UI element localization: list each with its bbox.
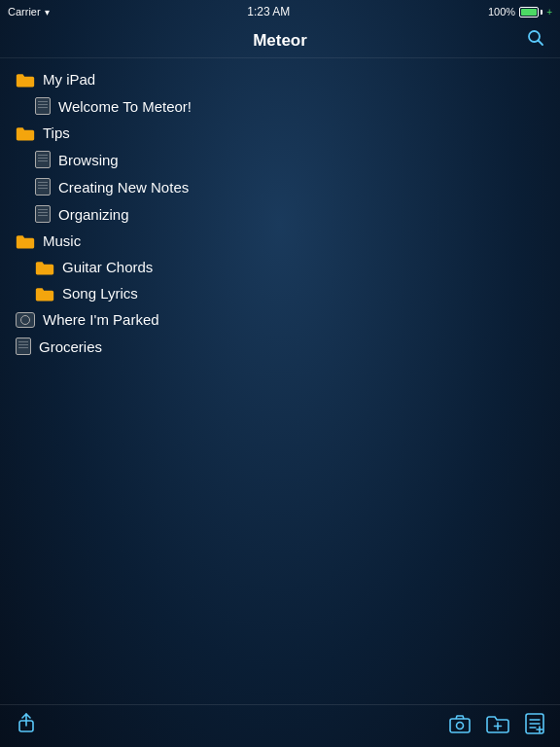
- item-label: Browsing: [58, 152, 119, 168]
- item-label: Welcome To Meteor!: [58, 98, 192, 115]
- battery-body: [519, 7, 539, 18]
- camera-note-button[interactable]: [449, 714, 471, 738]
- nav-bar: Meteor: [0, 23, 560, 58]
- folder-icon: [35, 260, 54, 275]
- item-label: Organizing: [58, 206, 129, 223]
- battery-indicator: [519, 7, 542, 18]
- battery-fill: [521, 9, 537, 16]
- battery-tip: [541, 10, 542, 15]
- file-list: My iPad Welcome To Meteor! Tips Browsing…: [0, 58, 560, 368]
- list-item[interactable]: Creating New Notes: [0, 173, 560, 200]
- status-time: 1:23 AM: [247, 5, 290, 18]
- folder-icon: [16, 233, 35, 249]
- charging-icon: +: [546, 7, 552, 18]
- folder-icon: [16, 125, 35, 141]
- list-item[interactable]: Tips: [0, 120, 560, 146]
- list-item[interactable]: Song Lyrics: [0, 280, 560, 306]
- bottom-toolbar: [0, 704, 560, 747]
- list-item[interactable]: Groceries: [0, 333, 560, 360]
- folder-icon: [35, 286, 54, 302]
- list-item[interactable]: Browsing: [0, 146, 560, 173]
- svg-point-4: [457, 723, 464, 729]
- item-label: My iPad: [43, 71, 95, 88]
- item-label: Song Lyrics: [62, 285, 138, 302]
- item-label: Creating New Notes: [58, 179, 189, 196]
- folder-icon: [16, 72, 35, 88]
- item-label: Where I'm Parked: [43, 311, 159, 328]
- new-note-button[interactable]: [525, 713, 544, 739]
- list-item[interactable]: Where I'm Parked: [0, 306, 560, 333]
- status-right: 100% +: [488, 6, 552, 18]
- list-item[interactable]: Music: [0, 228, 560, 254]
- list-item[interactable]: Guitar Chords: [0, 254, 560, 280]
- note-icon: [16, 338, 31, 355]
- camera-icon: [16, 312, 35, 328]
- item-label: Tips: [43, 124, 70, 141]
- note-icon: [35, 97, 51, 115]
- list-item[interactable]: Organizing: [0, 200, 560, 228]
- wifi-icon: ▾: [45, 7, 50, 18]
- nav-title: Meteor: [253, 31, 307, 51]
- toolbar-right: [449, 713, 544, 739]
- battery-percent: 100%: [488, 6, 515, 18]
- item-label: Groceries: [39, 338, 102, 355]
- toolbar-left: [16, 713, 37, 739]
- new-folder-button[interactable]: [486, 714, 509, 738]
- item-label: Music: [43, 232, 81, 249]
- status-left: Carrier ▾: [8, 6, 50, 18]
- list-item[interactable]: Welcome To Meteor!: [0, 92, 560, 120]
- list-item[interactable]: My iPad: [0, 66, 560, 92]
- svg-rect-3: [450, 719, 470, 732]
- svg-line-1: [539, 41, 543, 46]
- note-icon: [35, 151, 51, 168]
- note-icon: [35, 205, 51, 223]
- note-icon: [35, 178, 51, 196]
- status-bar: Carrier ▾ 1:23 AM 100% +: [0, 0, 560, 23]
- search-button[interactable]: [527, 29, 544, 52]
- item-label: Guitar Chords: [62, 259, 153, 275]
- share-button[interactable]: [16, 713, 37, 739]
- carrier-label: Carrier: [8, 6, 41, 18]
